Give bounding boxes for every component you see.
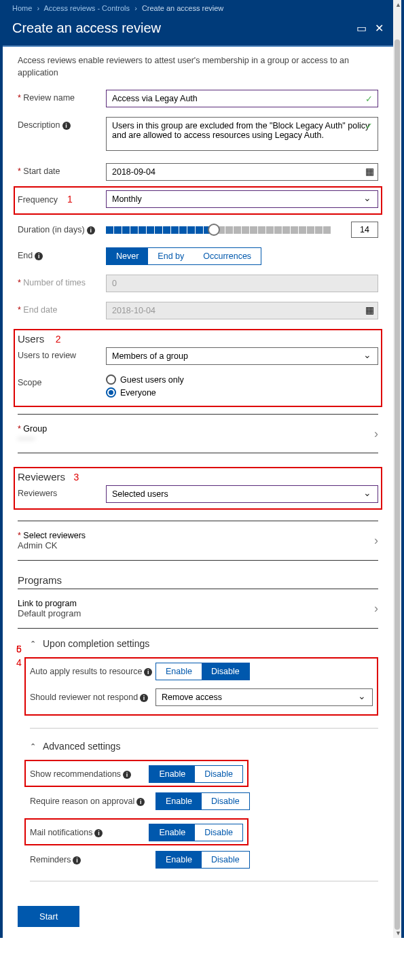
- num-times-label: Number of times: [18, 275, 106, 287]
- users-section-title: Users 2: [18, 333, 378, 345]
- info-icon[interactable]: i: [62, 122, 71, 130]
- chevron-up-icon: ⌃: [30, 742, 36, 751]
- show-rec-toggle: Enable Disable: [149, 765, 243, 783]
- scrollbar-thumb[interactable]: [394, 39, 400, 930]
- reminders-label: Remindersi: [30, 855, 155, 864]
- require-reason-disable[interactable]: Disable: [202, 793, 249, 809]
- info-icon[interactable]: i: [35, 252, 43, 260]
- intro-text: Access reviews enable reviewers to attes…: [18, 55, 378, 79]
- advanced-settings-header[interactable]: ⌃ Advanced settings: [30, 741, 378, 752]
- description-label: Descriptioni: [18, 117, 106, 130]
- end-toggle: Never End by Occurrences: [106, 247, 261, 265]
- end-date-label: End date: [18, 302, 106, 315]
- auto-apply-disable[interactable]: Disable: [202, 663, 249, 680]
- end-by[interactable]: End by: [148, 248, 194, 264]
- frequency-label: Frequency 1: [18, 190, 106, 205]
- page-title: Create an access review: [12, 20, 161, 36]
- require-reason-toggle: Enable Disable: [155, 792, 250, 810]
- num-times-input: [106, 275, 378, 292]
- close-icon[interactable]: ✕: [375, 22, 384, 35]
- chevron-right-icon: ›: [374, 533, 378, 548]
- slider-thumb[interactable]: [208, 224, 220, 236]
- annotation-3: 3: [74, 472, 79, 483]
- info-icon[interactable]: i: [94, 829, 103, 837]
- duration-label: Duration (in days)i: [18, 222, 106, 234]
- select-reviewers-nav[interactable]: Select reviewers Admin CK ›: [18, 528, 378, 560]
- mail-enable[interactable]: Enable: [149, 824, 195, 841]
- check-icon: ✓: [365, 121, 373, 131]
- annotation-2: 2: [56, 334, 61, 345]
- auto-apply-label: Auto apply results to resourcei: [30, 667, 155, 676]
- reviewers-select[interactable]: Selected users: [106, 485, 378, 503]
- auto-apply-enable[interactable]: Enable: [156, 663, 202, 680]
- completion-settings-header[interactable]: ⌃ Upon completion settings: [30, 638, 378, 649]
- show-rec-label: Show recommendationsi: [30, 769, 149, 779]
- scope-guest-radio[interactable]: [106, 374, 116, 385]
- calendar-icon: ▦: [365, 304, 374, 315]
- scroll-up-icon[interactable]: ▲: [395, 1, 401, 8]
- breadcrumb-controls[interactable]: Access reviews - Controls: [44, 4, 130, 12]
- programs-section-title: Programs: [18, 574, 378, 586]
- reminders-disable[interactable]: Disable: [202, 852, 249, 868]
- check-icon: ✓: [365, 94, 373, 104]
- reviewers-section-title: Reviewers 3: [18, 471, 378, 483]
- reminders-enable[interactable]: Enable: [156, 852, 202, 868]
- scroll-down-icon[interactable]: ▼: [395, 930, 401, 937]
- start-date-label: Start date: [18, 163, 106, 176]
- info-icon[interactable]: i: [73, 856, 81, 864]
- show-rec-disable[interactable]: Disable: [195, 766, 242, 782]
- require-reason-label: Require reason on approvali: [30, 797, 155, 806]
- mail-label: Mail notificationsi: [30, 828, 149, 837]
- users-to-review-label: Users to review: [18, 347, 106, 360]
- scope-everyone-label: Everyone: [120, 388, 156, 398]
- end-occurrences[interactable]: Occurrences: [194, 248, 261, 264]
- info-icon[interactable]: i: [144, 668, 152, 676]
- info-icon[interactable]: i: [140, 694, 148, 702]
- review-name-input[interactable]: [106, 90, 378, 107]
- breadcrumb-current: Create an access review: [142, 4, 223, 12]
- info-icon[interactable]: i: [87, 226, 95, 234]
- description-input[interactable]: Users in this group are excluded from th…: [106, 117, 378, 151]
- duration-slider[interactable]: [106, 224, 343, 236]
- users-to-review-select[interactable]: Members of a group: [106, 347, 378, 365]
- start-button[interactable]: Start: [18, 906, 79, 927]
- chevron-right-icon: ›: [374, 601, 378, 616]
- reviewers-label: Reviewers: [18, 485, 106, 498]
- scope-guest-label: Guest users only: [120, 375, 184, 385]
- annotation-1: 1: [67, 194, 73, 205]
- scope-everyone-radio[interactable]: [106, 387, 116, 398]
- link-program-value: Default program: [18, 608, 81, 618]
- breadcrumb-home[interactable]: Home: [12, 4, 32, 12]
- frequency-select[interactable]: Monthly: [106, 190, 378, 208]
- chevron-up-icon: ⌃: [30, 640, 36, 648]
- mail-toggle: Enable Disable: [149, 824, 243, 841]
- link-program-nav[interactable]: Link to program Default program ›: [18, 596, 378, 628]
- reminders-toggle: Enable Disable: [155, 851, 250, 869]
- mail-disable[interactable]: Disable: [195, 824, 242, 841]
- end-label: Endi: [18, 247, 106, 260]
- chevron-right-icon: ›: [374, 427, 378, 441]
- group-nav[interactable]: Group —— ›: [18, 421, 378, 453]
- breadcrumb: Home › Access reviews - Controls › Creat…: [3, 0, 393, 16]
- blade-header: Create an access review ▭ ✕: [3, 16, 393, 47]
- end-never[interactable]: Never: [107, 248, 148, 264]
- select-reviewers-value: Admin CK: [18, 540, 86, 550]
- duration-input[interactable]: [351, 222, 378, 238]
- start-date-input[interactable]: [106, 163, 378, 181]
- review-name-label: Review name: [18, 90, 106, 103]
- not-respond-label: Should reviewer not respondi: [30, 693, 155, 702]
- show-rec-enable[interactable]: Enable: [149, 766, 195, 782]
- require-reason-enable[interactable]: Enable: [156, 793, 202, 809]
- scrollbar[interactable]: ▲ ▼: [393, 0, 401, 938]
- end-date-input: [106, 302, 378, 319]
- info-icon[interactable]: i: [136, 798, 145, 806]
- calendar-icon[interactable]: ▦: [365, 166, 374, 177]
- not-respond-select[interactable]: Remove access: [155, 688, 373, 706]
- annotation-4: 4: [16, 657, 23, 668]
- link-program-label: Link to program: [18, 599, 81, 608]
- annotation-6: 6: [16, 644, 23, 654]
- auto-apply-toggle: Enable Disable: [155, 663, 250, 680]
- info-icon[interactable]: i: [123, 771, 131, 779]
- group-value: ——: [18, 434, 47, 443]
- maximize-icon[interactable]: ▭: [356, 22, 367, 35]
